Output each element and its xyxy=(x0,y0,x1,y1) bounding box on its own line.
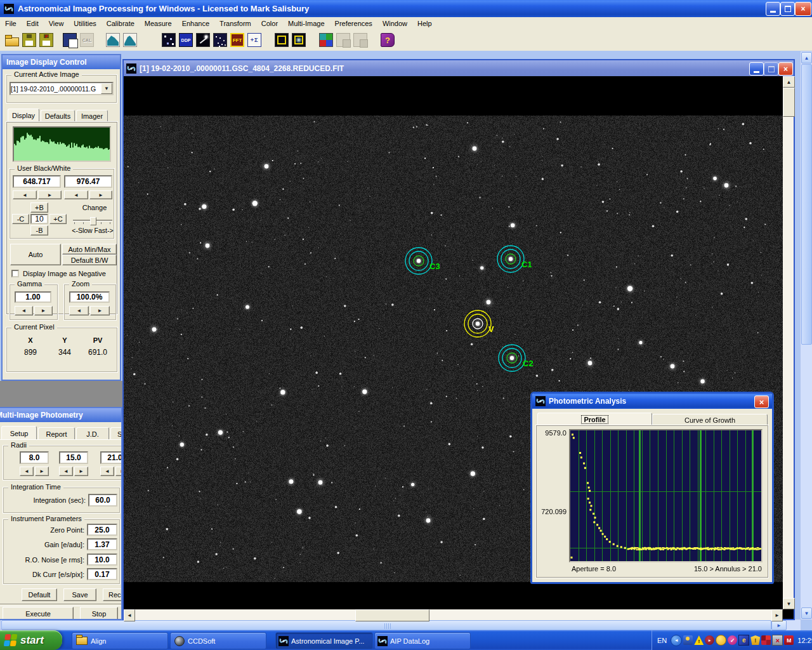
tab-jd[interactable]: J.D. xyxy=(76,427,109,440)
stop-button[interactable]: Stop xyxy=(80,607,118,620)
aperture-decrease-button[interactable] xyxy=(20,467,34,476)
tray-icon[interactable] xyxy=(750,635,760,645)
combo-dropdown-icon[interactable] xyxy=(101,83,112,94)
menu-item[interactable]: Window xyxy=(377,18,412,29)
tray-icon[interactable] xyxy=(738,635,749,646)
mdi-vertical-scrollbar[interactable]: ▲ ▼ xyxy=(800,51,812,620)
image-close-button[interactable]: × xyxy=(778,62,793,76)
tab-defaults[interactable]: Defaults xyxy=(41,110,75,122)
image-horizontal-scrollbar[interactable] xyxy=(124,609,783,620)
annulus-outer-field[interactable] xyxy=(100,451,122,464)
menu-item[interactable]: Utilities xyxy=(69,18,101,29)
mdi-vertical-thumb[interactable] xyxy=(801,64,812,345)
minus-c-button[interactable]: -C xyxy=(12,214,29,224)
mdi-scroll-down-icon[interactable]: ▼ xyxy=(801,607,812,619)
menu-item[interactable]: Multi-Image xyxy=(283,18,329,29)
mdi-horizontal-thumb[interactable] xyxy=(1,620,771,630)
task-aip-datalog[interactable]: AIP DataLog xyxy=(374,632,471,649)
ddp-icon[interactable]: DDP xyxy=(177,30,195,50)
annulus-inner-field[interactable] xyxy=(59,451,88,464)
annulus-inner-decrease-button[interactable] xyxy=(59,467,73,476)
negative-checkbox[interactable] xyxy=(11,270,19,277)
plus-b-button[interactable]: +B xyxy=(30,202,48,213)
gamma-field[interactable] xyxy=(15,291,51,303)
open-folder-icon[interactable] xyxy=(3,30,21,50)
frame-image-icon[interactable] xyxy=(273,30,291,50)
menu-item[interactable]: Color xyxy=(256,18,283,29)
ro-noise-field[interactable] xyxy=(87,554,117,566)
tab-curve-of-growth[interactable]: Curve of Growth xyxy=(652,414,768,425)
task-aip-active[interactable]: Astronomical Image P... xyxy=(275,632,373,649)
minus-b-button[interactable]: -B xyxy=(30,225,48,235)
change-speed-slider[interactable] xyxy=(73,217,112,223)
tray-collapse-icon[interactable] xyxy=(671,635,682,646)
plus-c-button[interactable]: +C xyxy=(49,214,67,224)
save-floppy-f-icon[interactable]: F xyxy=(37,30,55,50)
tab-report[interactable]: Report xyxy=(38,427,75,440)
pa-close-button[interactable]: × xyxy=(754,395,769,408)
tray-icon[interactable] xyxy=(772,635,783,646)
black-decrease-button[interactable] xyxy=(13,190,37,199)
tab-imager[interactable]: Imager xyxy=(76,110,108,122)
white-increase-button[interactable] xyxy=(89,190,112,199)
aperture-radius-field[interactable] xyxy=(20,451,49,464)
image-vertical-scrollbar[interactable] xyxy=(783,76,794,609)
tab-s-partial[interactable]: S xyxy=(110,427,122,440)
menu-item[interactable]: Preferences xyxy=(330,18,377,29)
help-book-icon[interactable]: ? xyxy=(379,30,396,50)
menu-item[interactable]: Transform xyxy=(214,18,256,29)
tab-setup[interactable]: Setup xyxy=(1,426,37,440)
mip-title-bar[interactable]: Multi-Image Photometry xyxy=(0,408,121,422)
image-scroll-left-icon[interactable] xyxy=(124,609,135,621)
image-scroll-right-icon[interactable] xyxy=(771,609,783,621)
gamma-increase-button[interactable] xyxy=(34,306,53,315)
image-scroll-up-icon[interactable] xyxy=(783,76,795,88)
tray-icon[interactable] xyxy=(716,635,726,646)
tab-profile[interactable]: Profile xyxy=(537,413,652,425)
image-minimize-button[interactable] xyxy=(749,62,764,76)
menu-item[interactable]: Enhance xyxy=(177,18,214,29)
galaxy-frame-icon[interactable] xyxy=(290,30,308,50)
star-field-icon[interactable] xyxy=(211,30,229,50)
aperture-increase-button[interactable] xyxy=(35,467,49,476)
pixel-math-icon[interactable]: +Σ xyxy=(246,30,263,50)
close-button[interactable]: × xyxy=(795,2,811,16)
start-button[interactable]: start xyxy=(0,630,62,650)
save-floppy-icon[interactable] xyxy=(20,30,38,50)
image-scroll-down-icon[interactable] xyxy=(783,598,795,609)
menu-item[interactable]: Help xyxy=(412,18,437,29)
idc-title-bar[interactable]: Image Display Control xyxy=(3,55,120,69)
tray-icon[interactable] xyxy=(694,635,704,645)
restore-button[interactable] xyxy=(780,2,795,16)
tray-icon[interactable] xyxy=(705,635,714,645)
white-level-field[interactable] xyxy=(64,175,112,188)
copy-window-icon[interactable] xyxy=(61,30,79,50)
active-image-combo[interactable]: [1] 19-02-2010_.00000011.G xyxy=(10,82,114,95)
image-vertical-thumb[interactable] xyxy=(783,88,795,117)
image-maximize-button[interactable] xyxy=(764,62,778,76)
color-grid-icon[interactable] xyxy=(317,30,335,50)
annulus-outer-decrease-button[interactable] xyxy=(100,467,114,476)
magic-wand-icon[interactable] xyxy=(194,30,212,50)
menu-item[interactable]: View xyxy=(44,18,69,29)
menu-item[interactable]: File xyxy=(0,18,22,29)
slider-thumb[interactable] xyxy=(90,217,96,225)
auto-button[interactable]: Auto xyxy=(10,244,61,265)
black-increase-button[interactable] xyxy=(38,190,62,199)
image-sparkle-icon[interactable] xyxy=(160,30,178,50)
tray-icon[interactable] xyxy=(728,635,737,645)
execute-button[interactable]: Execute xyxy=(3,607,74,620)
tray-icon[interactable] xyxy=(683,635,693,645)
image-horizontal-thumb[interactable] xyxy=(355,609,429,621)
mdi-scroll-up-icon[interactable]: ▲ xyxy=(801,52,812,63)
histogram-stretch-icon[interactable] xyxy=(104,30,122,50)
black-level-field[interactable] xyxy=(13,175,61,188)
default-button[interactable]: Default xyxy=(22,588,57,601)
tray-icon[interactable] xyxy=(761,635,771,645)
zoom-decrease-button[interactable] xyxy=(69,306,89,315)
gamma-decrease-button[interactable] xyxy=(15,306,33,315)
zero-point-field[interactable] xyxy=(87,524,117,536)
tab-display[interactable]: Display xyxy=(8,109,39,122)
gain-field[interactable] xyxy=(87,538,117,550)
default-bw-button[interactable]: Default B/W xyxy=(62,255,117,265)
